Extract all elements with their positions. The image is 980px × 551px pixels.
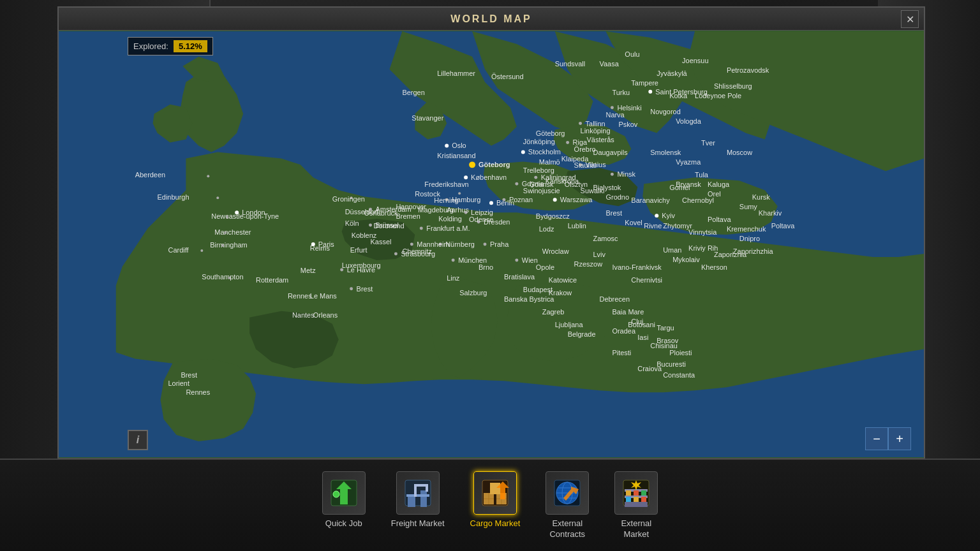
svg-point-85 xyxy=(207,175,209,177)
nav-item-external-market[interactable]: ExternalMarket xyxy=(604,466,668,545)
svg-text:Bryansk: Bryansk xyxy=(676,180,701,188)
svg-text:Chemnitz: Chemnitz xyxy=(402,247,432,255)
svg-text:Bergen: Bergen xyxy=(402,89,424,96)
svg-text:Newcastle-upon-Tyne: Newcastle-upon-Tyne xyxy=(211,212,279,220)
svg-text:Metz: Metz xyxy=(301,267,316,274)
nav-item-quick-job[interactable]: Quick Job xyxy=(312,466,376,534)
svg-text:Orleans: Orleans xyxy=(313,311,338,319)
svg-point-48 xyxy=(553,198,557,202)
svg-text:Moscow: Moscow xyxy=(727,149,752,156)
svg-text:Edinburgh: Edinburgh xyxy=(158,193,189,201)
svg-rect-262 xyxy=(641,490,646,496)
svg-text:Pskov: Pskov xyxy=(618,121,637,128)
svg-text:Vyazma: Vyazma xyxy=(676,158,701,166)
svg-point-232 xyxy=(333,491,339,497)
svg-rect-239 xyxy=(426,484,428,492)
svg-point-54 xyxy=(611,106,614,109)
svg-rect-259 xyxy=(625,502,648,507)
svg-text:Nürnberg: Nürnberg xyxy=(445,240,475,248)
svg-text:Debrecen: Debrecen xyxy=(600,295,630,303)
svg-point-30 xyxy=(489,201,493,205)
zoom-in-button[interactable]: + xyxy=(888,427,911,450)
zoom-out-button[interactable]: − xyxy=(865,427,888,450)
svg-text:Kremenchuk: Kremenchuk xyxy=(727,225,766,233)
svg-text:Kristiansand: Kristiansand xyxy=(437,152,475,159)
svg-text:Brest: Brest xyxy=(605,209,622,217)
svg-rect-263 xyxy=(626,497,631,502)
svg-text:Vinnytsia: Vinnytsia xyxy=(688,228,717,236)
svg-text:Groningen: Groningen xyxy=(332,195,365,203)
svg-text:Lublin: Lublin xyxy=(568,222,586,230)
svg-point-26 xyxy=(464,175,468,179)
svg-text:Bremen: Bremen xyxy=(396,212,420,220)
nav-item-freight-market[interactable]: Freight Market xyxy=(381,466,455,534)
svg-text:Birmingham: Birmingham xyxy=(210,241,247,249)
svg-text:Constanta: Constanta xyxy=(663,371,695,379)
svg-text:Ploiesti: Ploiesti xyxy=(669,349,692,356)
external-market-icon xyxy=(614,471,658,515)
map-title: WORLD MAP xyxy=(450,13,531,25)
svg-text:Suwalki: Suwalki xyxy=(581,187,605,195)
svg-rect-264 xyxy=(634,497,639,502)
svg-text:Bydgoszcz: Bydgoszcz xyxy=(536,212,570,220)
svg-text:Southampton: Southampton xyxy=(202,273,243,281)
svg-text:Joensuu: Joensuu xyxy=(682,57,708,64)
svg-text:Salzburg: Salzburg xyxy=(459,289,487,297)
svg-text:Uman: Uman xyxy=(663,246,681,254)
cargo-market-label: Cargo Market xyxy=(470,518,521,529)
svg-point-46 xyxy=(484,243,487,246)
svg-text:Herning: Herning xyxy=(434,196,458,204)
nav-item-external-contracts[interactable]: ExternalContracts xyxy=(535,466,599,545)
svg-text:Brest: Brest xyxy=(181,371,197,379)
svg-text:Chernivtsi: Chernivtsi xyxy=(631,276,662,284)
svg-text:Lodz: Lodz xyxy=(539,225,554,233)
svg-point-60 xyxy=(611,173,614,176)
svg-text:Stavanger: Stavanger xyxy=(412,114,443,122)
svg-text:Lodeynoe Pole: Lodeynoe Pole xyxy=(695,92,741,99)
svg-text:Östersund: Östersund xyxy=(491,73,524,80)
svg-text:Tampere: Tampere xyxy=(631,79,658,87)
svg-text:Kotka: Kotka xyxy=(669,92,688,99)
quick-job-label: Quick Job xyxy=(325,518,362,529)
svg-rect-265 xyxy=(641,497,646,502)
svg-point-62 xyxy=(655,214,658,217)
svg-text:Narva: Narva xyxy=(605,111,625,119)
svg-point-22 xyxy=(521,150,525,154)
nav-item-cargo-market[interactable]: Cargo Market xyxy=(460,466,531,534)
svg-point-50 xyxy=(566,141,569,144)
close-button[interactable]: ✕ xyxy=(901,10,919,28)
svg-point-82 xyxy=(350,287,353,290)
svg-text:Oulu: Oulu xyxy=(625,50,639,58)
svg-text:Stockholm: Stockholm xyxy=(528,148,561,156)
svg-text:Linz: Linz xyxy=(447,274,460,282)
svg-text:Frederikshavn: Frederikshavn xyxy=(424,180,468,188)
explored-label: Explored: xyxy=(133,41,168,51)
svg-point-95 xyxy=(200,249,203,252)
svg-text:Zamosc: Zamosc xyxy=(593,235,618,242)
svg-text:Lviv: Lviv xyxy=(593,251,606,258)
svg-text:Kolding: Kolding xyxy=(438,215,462,223)
svg-point-44 xyxy=(515,258,518,261)
svg-text:Le Mans: Le Mans xyxy=(310,292,338,300)
svg-text:Lillehammer: Lillehammer xyxy=(437,70,475,77)
svg-text:Tula: Tula xyxy=(695,171,709,179)
svg-text:Grodno: Grodno xyxy=(605,193,629,201)
svg-point-40 xyxy=(420,227,423,230)
svg-point-52 xyxy=(579,122,582,125)
svg-point-68 xyxy=(502,198,505,202)
info-button[interactable]: i xyxy=(128,430,148,450)
svg-point-24 xyxy=(469,161,475,168)
svg-text:Rennes: Rennes xyxy=(186,388,210,396)
svg-point-42 xyxy=(452,258,455,261)
svg-text:Tver: Tver xyxy=(701,139,715,147)
svg-point-93 xyxy=(221,244,224,247)
svg-point-107 xyxy=(458,192,461,195)
svg-text:Sundsvall: Sundsvall xyxy=(555,60,586,68)
svg-rect-235 xyxy=(420,490,427,507)
svg-text:Kaluga: Kaluga xyxy=(708,180,730,188)
svg-text:Daugavpils: Daugavpils xyxy=(593,149,628,156)
svg-rect-236 xyxy=(406,494,429,497)
svg-text:Rotterdam: Rotterdam xyxy=(256,276,288,284)
svg-text:Köln: Köln xyxy=(345,219,359,227)
external-contracts-label: ExternalContracts xyxy=(549,518,585,540)
